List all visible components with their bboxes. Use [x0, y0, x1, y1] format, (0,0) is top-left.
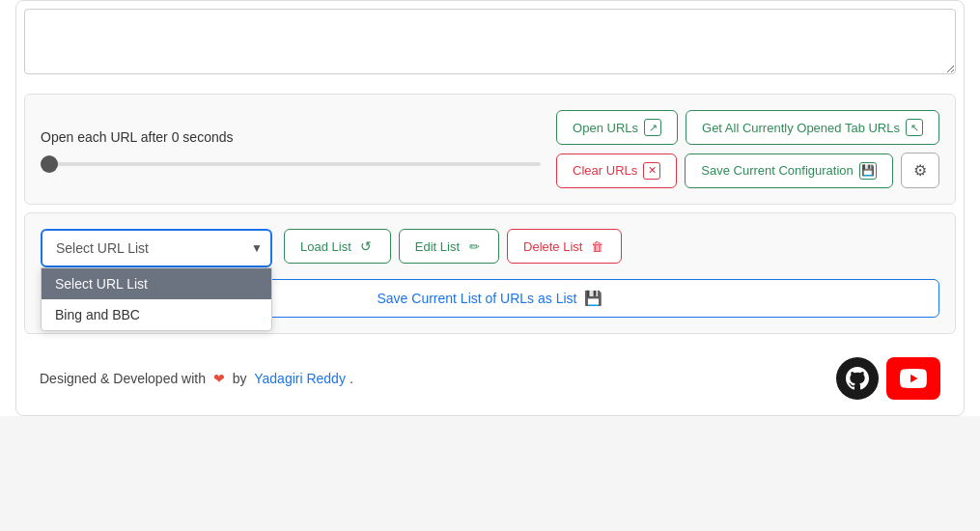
save-config-button[interactable]: Save Current Configuration 💾 [685, 154, 893, 188]
clear-urls-button[interactable]: Clear URLs ✕ [556, 154, 677, 188]
dropdown-list: Select URL List Bing and BBC [41, 267, 272, 331]
dropdown-item-bing-bbc[interactable]: Bing and BBC [42, 299, 271, 330]
clear-icon: ✕ [643, 162, 660, 180]
footer-icons [836, 357, 940, 400]
edit-list-button[interactable]: Edit List ✏ [399, 229, 499, 264]
delete-icon: 🗑 [588, 238, 605, 255]
footer-by-text: by [233, 371, 247, 386]
load-list-button[interactable]: Load List ↺ [284, 229, 391, 264]
top-buttons-row: Open URLs ↗ Get All Currently Opened Tab… [556, 110, 939, 145]
dropdown-item-select-url-list[interactable]: Select URL List [42, 268, 271, 299]
delay-slider[interactable] [41, 162, 541, 166]
select-wrapper: Select URL List Bing and BBC ▼ Select UR… [41, 229, 272, 267]
open-urls-button[interactable]: Open URLs ↗ [556, 110, 678, 145]
save-config-icon: 💾 [859, 162, 877, 180]
edit-icon: ✏ [465, 238, 483, 255]
get-tabs-button[interactable]: Get All Currently Opened Tab URLs ↖ [686, 110, 939, 145]
main-card: Open each URL after 0 seconds Open URLs … [15, 0, 965, 416]
list-controls-row: Select URL List Bing and BBC ▼ Select UR… [41, 229, 939, 267]
footer-left: Designed & Developed with ❤ by Yadagiri … [40, 371, 353, 386]
save-list-label: Save Current List of URLs as List [378, 291, 577, 306]
load-icon: ↺ [357, 238, 375, 255]
bottom-buttons-row: Clear URLs ✕ Save Current Configuration … [556, 153, 939, 188]
footer: Designed & Developed with ❤ by Yadagiri … [16, 342, 964, 415]
slider-label: Open each URL after 0 seconds [41, 129, 541, 145]
save-list-icon: 💾 [584, 290, 602, 307]
open-urls-icon: ↗ [644, 119, 661, 136]
delete-list-label: Delete List [523, 239, 582, 254]
slider-area: Open each URL after 0 seconds [41, 129, 541, 170]
settings-icon: ⚙ [913, 162, 927, 179]
author-name: Yadagiri Reddy [251, 371, 346, 386]
save-config-label: Save Current Configuration [701, 163, 854, 178]
author-link[interactable]: Yadagiri Reddy [251, 371, 346, 386]
youtube-icon[interactable] [886, 357, 940, 400]
heart-icon: ❤ [210, 371, 229, 386]
github-icon[interactable] [836, 357, 879, 400]
load-list-label: Load List [300, 239, 351, 254]
controls-section: Open each URL after 0 seconds Open URLs … [24, 94, 956, 205]
footer-text-prefix: Designed & Developed with [40, 371, 206, 386]
url-list-select[interactable]: Select URL List Bing and BBC [41, 229, 272, 267]
list-action-buttons: Load List ↺ Edit List ✏ Delete List 🗑 [284, 229, 622, 264]
clear-urls-label: Clear URLs [573, 163, 637, 178]
open-urls-label: Open URLs [573, 121, 638, 135]
buttons-area: Open URLs ↗ Get All Currently Opened Tab… [556, 110, 939, 188]
get-tabs-label: Get All Currently Opened Tab URLs [702, 121, 900, 135]
footer-period: . [350, 371, 353, 386]
url-textarea[interactable] [24, 9, 956, 74]
get-tabs-icon: ↖ [906, 119, 923, 136]
settings-button[interactable]: ⚙ [901, 153, 939, 188]
textarea-section [16, 1, 964, 86]
delete-list-button[interactable]: Delete List 🗑 [507, 229, 622, 264]
edit-list-label: Edit List [415, 239, 460, 254]
list-section: Select URL List Bing and BBC ▼ Select UR… [24, 212, 956, 334]
